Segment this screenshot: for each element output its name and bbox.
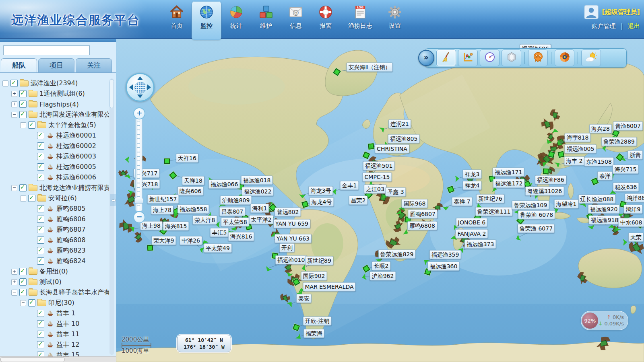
account-management-link[interactable]: 账户管理: [591, 23, 615, 30]
vessel-label[interactable]: 鲁荣远渔109: [512, 201, 549, 210]
vessel-label[interactable]: 鸿洋9: [624, 205, 643, 214]
toolbar-collapse-button[interactable]: »: [418, 50, 434, 66]
zoom-slider-handle[interactable]: [134, 198, 143, 204]
vessel-label[interactable]: 福远渔920: [588, 205, 620, 214]
tool-weather-button[interactable]: [581, 49, 601, 66]
checkbox[interactable]: ✓: [37, 331, 44, 338]
vessel-label[interactable]: 福远渔066: [208, 180, 240, 189]
tree-item[interactable]: ✓雁鸣6807: [0, 224, 109, 235]
vessel-label[interactable]: 普渔6007: [613, 121, 643, 131]
tree-item[interactable]: ✓益丰 15: [0, 350, 109, 356]
vessel-label[interactable]: 太平洋2: [249, 215, 274, 224]
vessel-label[interactable]: YAN YU 663: [275, 234, 312, 243]
vessel-label[interactable]: 福远渔172: [493, 179, 525, 188]
zoom-in-button[interactable]: +: [133, 107, 145, 119]
vessel-label[interactable]: 海丰 2: [564, 156, 584, 166]
vessel-label[interactable]: 海望冷1: [554, 200, 579, 209]
tab-船队[interactable]: 船队: [1, 58, 37, 72]
vessel-label[interactable]: 普远802: [275, 208, 301, 217]
ship-marker[interactable]: [164, 158, 170, 164]
search-input[interactable]: [3, 45, 90, 55]
sidebar-collapse-handle[interactable]: ◄: [110, 194, 116, 206]
checkbox[interactable]: ✓: [37, 153, 44, 160]
checkbox[interactable]: ✓: [19, 111, 27, 118]
tree-item[interactable]: ✓益丰 12: [0, 339, 109, 350]
vessel-label[interactable]: 沪渔962: [370, 272, 396, 281]
vessel-label[interactable]: 福远渔360: [428, 262, 460, 271]
vessel-label[interactable]: 长顺2: [372, 261, 391, 271]
vessel-label[interactable]: 泰安: [296, 294, 312, 303]
nav-item-alarm[interactable]: 报警: [311, 1, 341, 40]
ship-marker[interactable]: [147, 245, 153, 251]
vessel-label[interactable]: 隆兴606: [178, 187, 204, 196]
vessel-label[interactable]: 福远渔005: [565, 144, 597, 154]
vessel-label[interactable]: 辽长渔运088: [578, 195, 616, 204]
vessel-label[interactable]: 海上98: [140, 221, 163, 230]
vessel-label[interactable]: 昌泰807: [219, 207, 246, 216]
vessel-label[interactable]: 福远渔501: [363, 161, 395, 171]
vessel-label[interactable]: 新世纪76: [476, 194, 504, 204]
vessel-label[interactable]: 新世纪89: [305, 256, 333, 265]
vessel-label[interactable]: 福远渔010: [275, 255, 307, 265]
vessel-label[interactable]: 东渔1508: [584, 157, 614, 167]
tab-项目[interactable]: 项目: [38, 58, 74, 72]
checkbox[interactable]: ✓: [19, 184, 27, 191]
scrollbar-thumb[interactable]: [0, 357, 65, 362]
tool-clock-button[interactable]: [480, 49, 500, 66]
tree-item[interactable]: ✓桂远渔60002: [0, 141, 109, 151]
pan-down-arrow[interactable]: [137, 95, 143, 98]
checkbox[interactable]: ✓: [37, 310, 44, 317]
tree-item[interactable]: ✓雁鸣6806: [0, 214, 109, 224]
tool-track-chart-button[interactable]: [458, 49, 478, 66]
vessel-label[interactable]: 安兴海Ⅱ（注销）: [347, 63, 393, 72]
plus-expander-icon[interactable]: +: [11, 279, 17, 285]
vessel-label[interactable]: MAR ESMERALDA: [303, 282, 355, 292]
vessel-label[interactable]: 新世纪157: [147, 195, 179, 204]
nav-item-home[interactable]: 首页: [162, 1, 192, 40]
tree-item[interactable]: ✓桂远渔60006: [0, 172, 109, 183]
nav-item-maintenance[interactable]: 维护: [251, 1, 281, 40]
zoom-slider[interactable]: [135, 118, 142, 211]
vessel-label[interactable]: 福远渔558: [178, 205, 209, 214]
vessel-label[interactable]: 海利1: [250, 204, 269, 213]
vessel-label[interactable]: 泰洋: [597, 171, 613, 181]
checkbox[interactable]: ✓: [19, 289, 27, 296]
minus-expander-icon[interactable]: −: [20, 195, 26, 202]
checkbox[interactable]: ✓: [37, 163, 44, 171]
tree-item[interactable]: +✓测试(0): [0, 277, 109, 287]
tree-item[interactable]: ✓桂远渔60001: [0, 130, 109, 141]
map-pan-control[interactable]: [126, 73, 155, 102]
vessel-label[interactable]: YAN YU 659: [273, 219, 310, 228]
minus-expander-icon[interactable]: −: [11, 112, 17, 118]
tree-item[interactable]: +✓备用组(0): [0, 266, 109, 277]
tool-shield-button[interactable]: [502, 49, 521, 66]
logout-link[interactable]: 退出: [628, 23, 640, 30]
tree-item[interactable]: −✓北海龙达渔业捕捞有限责: [0, 183, 109, 193]
tree-vertical-scrollbar[interactable]: [109, 78, 114, 355]
nav-item-stats[interactable]: 统计: [221, 1, 251, 40]
vessel-label[interactable]: 海兴815: [163, 222, 189, 231]
vessel-label[interactable]: 鲁荣远渔829: [378, 250, 416, 259]
tool-skull-button[interactable]: [528, 49, 548, 66]
vessel-label[interactable]: 金丰1: [340, 181, 359, 190]
nav-item-message[interactable]: @信息: [281, 1, 311, 40]
checkbox[interactable]: ✓: [10, 80, 18, 87]
plus-expander-icon[interactable]: +: [11, 269, 17, 275]
vessel-label[interactable]: FANJAVA 2: [456, 229, 488, 239]
nav-item-fishing-log[interactable]: LOG渔捞日志: [341, 1, 380, 40]
vessel-label[interactable]: 浙普: [627, 150, 643, 160]
ship-marker[interactable]: [543, 169, 549, 175]
tab-关注[interactable]: 关注: [76, 58, 112, 72]
vessel-label[interactable]: CMPC-15: [363, 173, 392, 182]
checkbox[interactable]: ✓: [37, 174, 44, 181]
vessel-label[interactable]: 粤遂溪31026: [525, 187, 564, 196]
vessel-label[interactable]: 福远渔018: [241, 176, 273, 185]
vessel-label[interactable]: 福远渔F86: [535, 175, 566, 185]
tree-item[interactable]: ✓益丰 1: [0, 308, 109, 319]
pan-right-arrow[interactable]: [147, 84, 151, 90]
checkbox[interactable]: ✓: [19, 278, 27, 286]
tree-item[interactable]: +✓1通信测试组(6): [0, 88, 109, 99]
tree-item[interactable]: ✓雁鸣6824: [0, 256, 109, 266]
vessel-label[interactable]: 鲁荣远渔111: [475, 207, 513, 216]
tree-item[interactable]: ✓益丰 10: [0, 319, 109, 329]
